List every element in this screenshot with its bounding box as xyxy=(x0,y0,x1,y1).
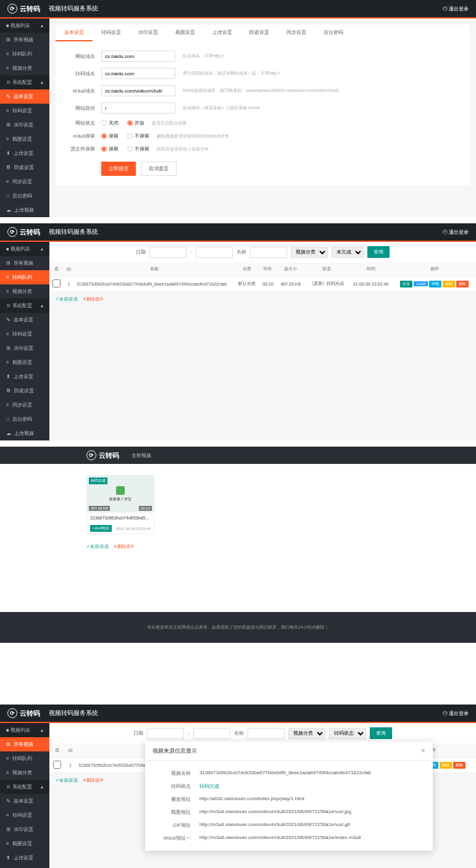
radio-open[interactable]: 开放 xyxy=(127,120,144,126)
submit-button[interactable]: 立即提交 xyxy=(101,162,136,176)
date-from-input[interactable] xyxy=(147,728,184,739)
hint: 站点路径，根目录如 / 二级目录如 m3u8/ xyxy=(183,105,260,111)
logout-link[interactable]: ◎ 退出登录 xyxy=(443,229,469,236)
m3u8-button[interactable]: m3u8地址 xyxy=(90,525,112,532)
select-all-link[interactable]: ✓全选/反选 xyxy=(56,296,78,302)
video-card[interactable]: 转码完成 新媒量工作室 407.29 KB 00:10 3136673d562b… xyxy=(86,475,154,534)
th-dur: 时长 xyxy=(259,262,277,276)
select-all-link[interactable]: ✓全选/反选 xyxy=(86,544,109,550)
op-edit[interactable]: 编辑 xyxy=(440,762,452,769)
sidebar-item-antileech[interactable]: ⛨防盗设置 xyxy=(0,384,49,398)
hint: 删除视频是否保留转码后的M3U8文件 xyxy=(157,133,229,139)
sidebar-item-basic[interactable]: ✎基本设置 xyxy=(0,794,49,808)
sidebar-group-config[interactable]: ⛭ 系统配置▴ xyxy=(0,780,49,794)
sidebar-item-screenshot[interactable]: ≡截图设置 xyxy=(0,355,49,370)
sidebar-item-queue[interactable]: ≡转码队列 xyxy=(0,47,49,61)
radio-delete[interactable]: 不保留 xyxy=(127,133,149,139)
tab-password[interactable]: 后台密码 xyxy=(315,25,352,41)
op-delete[interactable]: 删除 xyxy=(456,281,469,287)
sidebar-item-basic[interactable]: ✎基本设置 xyxy=(0,89,49,104)
close-icon[interactable]: × xyxy=(421,746,425,755)
radio-keep-src[interactable]: 保留 xyxy=(101,146,119,152)
sidebar-item-transcode[interactable]: ≡转码设置 xyxy=(0,808,49,822)
radio-keep[interactable]: 保留 xyxy=(101,133,119,139)
sidebar-item-category[interactable]: ≡视频分类 xyxy=(0,766,49,780)
sidebar-item-antileech[interactable]: ⛨防盗设置 xyxy=(0,160,49,175)
sidebar-item-password[interactable]: □后台密码 xyxy=(0,412,49,426)
input-site-path[interactable] xyxy=(101,102,175,114)
sidebar-item-upload[interactable]: ⬆上传设置 xyxy=(0,851,49,865)
sidebar-group-video[interactable]: ■ 视频列表▴ xyxy=(0,19,49,33)
delete-selected-link[interactable]: ✕删除选中 xyxy=(114,544,135,550)
sidebar-item-antileech[interactable]: ⛨防盗设置 xyxy=(0,865,49,868)
tab-watermark[interactable]: 水印设置 xyxy=(130,25,167,41)
sidebar-item-all-videos[interactable]: ⊞所有视频 xyxy=(0,737,49,751)
sidebar-item-sync[interactable]: ≡同步设置 xyxy=(0,398,49,412)
sidebar-item-watermark[interactable]: ⊞水印设置 xyxy=(0,341,49,355)
sidebar-item-category[interactable]: ≡视频分类 xyxy=(0,284,49,299)
tab-sync[interactable]: 同步设置 xyxy=(278,25,315,41)
sidebar-item-transcode[interactable]: ≡转码设置 xyxy=(0,327,49,341)
op-m3u8[interactable]: m3u8 xyxy=(414,281,428,286)
search-button[interactable]: 查询 xyxy=(370,727,392,739)
radio-closed[interactable]: 关闭 xyxy=(101,120,119,126)
name-input[interactable] xyxy=(250,247,287,258)
logo: ⟳云转码 xyxy=(7,227,40,237)
sidebar-item-sync[interactable]: ≡同步设置 xyxy=(0,175,49,189)
category-select[interactable]: 视频分类 xyxy=(288,728,325,739)
date-to-input[interactable] xyxy=(193,728,230,739)
nav-all-videos[interactable]: 全部视频 xyxy=(132,452,151,459)
tab-basic[interactable]: 基本设置 xyxy=(56,25,93,41)
sidebar-item-all-videos[interactable]: ⊞所有视频 xyxy=(0,33,49,47)
sidebar-item-queue[interactable]: ≡转码队列 xyxy=(0,270,49,284)
sidebar-item-upload-video[interactable]: ☁上传视频 xyxy=(0,426,49,440)
sidebar-item-queue[interactable]: ≡转码队列 xyxy=(0,751,49,766)
sidebar-item-password[interactable]: □后台密码 xyxy=(0,189,49,203)
logout-link[interactable]: ◎ 退出登录 xyxy=(443,6,469,12)
reset-button[interactable]: 取消重置 xyxy=(141,162,177,176)
search-button[interactable]: 查询 xyxy=(367,246,390,258)
row-checkbox[interactable] xyxy=(52,279,61,287)
op-share[interactable]: 分享 xyxy=(400,281,412,287)
logout-link[interactable]: ◎ 退出登录 xyxy=(443,710,469,717)
category-select[interactable]: 视频分类 xyxy=(291,247,328,258)
name-input[interactable] xyxy=(248,728,285,739)
sidebar-item-transcode[interactable]: ≡转码设置 xyxy=(0,104,49,118)
tab-antileech[interactable]: 防盗设置 xyxy=(241,25,278,41)
label-date: 日期 xyxy=(136,249,146,255)
sidebar-group-video[interactable]: ■ 视频列表▴ xyxy=(0,723,49,737)
sidebar-item-watermark[interactable]: ⊞水印设置 xyxy=(0,118,49,132)
status-select[interactable]: 转码状态 xyxy=(329,728,366,739)
sidebar-item-upload[interactable]: ⬆上传设置 xyxy=(0,370,49,384)
header: ⟳云转码 视频转码服务系统 ◎ 退出登录 xyxy=(0,705,476,723)
input-trans-domain[interactable] xyxy=(101,68,175,79)
tab-screenshot[interactable]: 截图设置 xyxy=(167,25,204,41)
sidebar-item-upload[interactable]: ⬆上传设置 xyxy=(0,146,49,160)
row-checkbox[interactable] xyxy=(53,761,61,769)
sidebar-item-screenshot[interactable]: ≡截图设置 xyxy=(0,132,49,146)
delete-selected-link[interactable]: ✕删除选中 xyxy=(83,777,104,783)
op-detail[interactable]: 详细 xyxy=(429,281,441,287)
sidebar-item-upload-video[interactable]: ☁上传视频 xyxy=(0,203,49,217)
tab-upload[interactable]: 上传设置 xyxy=(204,25,241,41)
sidebar-item-category[interactable]: ≡视频分类 xyxy=(0,61,49,75)
sidebar-group-video[interactable]: ■ 视频列表▴ xyxy=(0,242,49,256)
sidebar-group-config[interactable]: ⛭ 系统配置▴ xyxy=(0,299,49,313)
radio-delete-src[interactable]: 不保留 xyxy=(127,146,149,152)
sidebar-item-watermark[interactable]: ⊞水印设置 xyxy=(0,822,49,837)
date-from-input[interactable] xyxy=(149,247,186,258)
tab-transcode[interactable]: 转码设置 xyxy=(93,25,130,41)
input-m3u8-domain[interactable] xyxy=(101,85,175,96)
sidebar-item-all-videos[interactable]: ⊞所有视频 xyxy=(0,256,49,270)
op-edit[interactable]: 编辑 xyxy=(443,281,455,287)
page-footer: 本站资源来自互联网搜会员发布，如果侵犯了您的权益请与我们联系，我们将在24小时内… xyxy=(0,612,476,643)
delete-selected-link[interactable]: ✕删除选中 xyxy=(83,296,104,302)
sidebar-group-config[interactable]: ⛭ 系统配置▴ xyxy=(0,75,49,89)
select-all-link[interactable]: ✓全选/反选 xyxy=(56,777,78,783)
sidebar-item-basic[interactable]: ✎基本设置 xyxy=(0,313,49,327)
date-to-input[interactable] xyxy=(196,247,233,258)
status-select[interactable]: 未完成 xyxy=(332,247,364,258)
op-delete[interactable]: 删除 xyxy=(453,762,466,769)
sidebar-item-screenshot[interactable]: ≡截图设置 xyxy=(0,837,49,851)
input-site-domain[interactable] xyxy=(101,51,175,62)
